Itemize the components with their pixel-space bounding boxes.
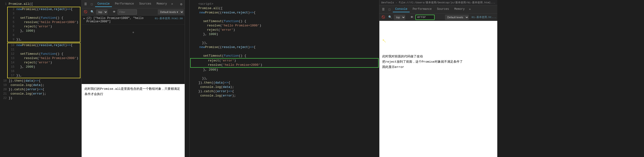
code-line-6: 6 reject('error') — [8, 24, 80, 29]
right-code-editor: <script> Promise.all([ new Promise((reso… — [190, 0, 380, 157]
code-line-20: 20 }).catch((error) => { — [0, 88, 82, 92]
r-code-line-14: resolve('hello Promise+2000') — [191, 63, 378, 67]
code-line-11: 11 — [8, 48, 80, 52]
code-line-3: 3 — [8, 12, 80, 16]
code-line-19: 19 console.log(data); — [0, 83, 82, 88]
console-filter-btn-2[interactable]: 🔍 — [387, 14, 393, 20]
console-empty — [82, 24, 185, 30]
eye-btn[interactable]: 👁 — [112, 9, 117, 15]
console-clear-btn[interactable]: 🚫 — [82, 9, 88, 15]
r-code-line-12: setTimeout(function() { — [190, 54, 379, 58]
devtools-title-bar: DevTools - file:///C:/Users/基本使用/Desktop… — [380, 0, 497, 5]
code-line-13: 13 resolve('hello Promise+2000') — [8, 56, 80, 60]
tab-performance-1[interactable]: Performance — [112, 1, 136, 7]
devtools-title-text: DevTools - file:///C:/Users/基本使用/Desktop… — [381, 1, 495, 4]
r-code-line-4: setTimeout(function() { — [190, 19, 379, 24]
devtools-more-2[interactable]: » — [468, 7, 472, 12]
code-line-2: 2 new Promise((resolve, reject) => { — [8, 7, 80, 12]
annotation-text-2: ↑ 此时我对前面的代码做了改动 把reject放到了前面，这个Promise对象… — [380, 21, 497, 157]
r-code-line-3 — [190, 15, 379, 19]
r-code-line-5: resolve('hello Promise+1000') — [190, 24, 379, 28]
devtools-device-btn[interactable]: ⬚ — [89, 1, 94, 7]
section-1: 1 Promise.all([ 2 new Promise((resolve, … — [0, 0, 190, 157]
console-dot — [132, 32, 134, 33]
devtools-gear-1[interactable]: ⚙ — [179, 1, 184, 7]
devtools-inspect-btn[interactable]: ☰ — [82, 1, 88, 7]
tab-performance-2[interactable]: Performance — [410, 6, 434, 12]
devtools-panel-1: ☰ ⬚ Console Performance Sources Memory »… — [82, 0, 185, 157]
script-tag-line: <script> — [190, 2, 379, 6]
yellow-arrow-icon: ↑ — [379, 36, 390, 46]
code-line-15: 15 }, 2000) — [8, 65, 80, 69]
annotation-1: 此时我们的Promise.all是里面包含的是一个数组对象，只要都满足条件才会执… — [82, 84, 185, 157]
highlight-yellow-2: 10 new Promise((resolve, reject) => { 11… — [7, 43, 80, 78]
code-line-8: 8 — [8, 33, 80, 38]
console-clear-btn-2[interactable]: 🚫 — [380, 14, 386, 20]
expand-arrow-1[interactable]: ▶ — [84, 17, 85, 20]
console-filter-btn[interactable]: 🔍 — [89, 9, 95, 15]
tab-console-2[interactable]: Console — [393, 6, 410, 12]
devtools-more-1[interactable]: » — [170, 2, 174, 7]
console-toolbar-1: 🚫 🔍 top 👁 Default levels ▾ — [82, 8, 185, 16]
r-code-line-15: }, 2000) — [190, 68, 379, 72]
annotation-content-2: 此时我对前面的代码做了改动 把reject放到了前面，这个Promise对象就不… — [382, 55, 463, 69]
devtools-device-btn-2[interactable]: ⬚ — [386, 6, 392, 12]
tab-sources-1[interactable]: Sources — [137, 1, 154, 7]
highlight-green-1: reject('error') resolve('hello Promise+2… — [190, 58, 379, 68]
log-source-1[interactable]: 01-基本使用.html:30 — [155, 16, 183, 20]
r-code-line-9: }), — [190, 41, 379, 45]
console-source-2: 01-基本使用.ht... — [472, 15, 496, 19]
code-line-9: 9 }), — [8, 38, 80, 42]
eye-btn-2[interactable]: 👁 — [409, 15, 414, 20]
code-line-1: 1 Promise.all([ — [0, 2, 82, 6]
code-line-22: 22 }) — [0, 96, 82, 100]
devtools-panel-2: DevTools - file:///C:/Users/基本使用/Desktop… — [380, 0, 497, 157]
log-text-1: (2) ["hello Promise+1000", "hello Promis… — [86, 16, 153, 23]
code-line-16: 16 — [8, 69, 80, 74]
r-code-line-17: }), — [190, 76, 379, 81]
r-code-line-13: reject('error') — [191, 58, 378, 63]
filter-input-2[interactable] — [416, 15, 434, 20]
context-selector-2[interactable]: top — [394, 15, 405, 20]
code-line-17: 17 }), — [8, 74, 80, 78]
tab-memory-1[interactable]: Memory — [154, 1, 169, 7]
r-code-line-1: Promise.all([ — [190, 6, 379, 10]
tab-sources-2[interactable]: Sources — [434, 6, 452, 12]
annotation-area-2: ↑ 此时我对前面的代码做了改动 把reject放到了前面，这个Promise对象… — [380, 21, 497, 157]
r-code-line-20: }).catch((error) => { — [190, 89, 379, 94]
r-code-line-18: ]).then((data) => { — [190, 81, 379, 85]
filter-input-1[interactable] — [118, 9, 137, 15]
tab-console-1[interactable]: Console — [95, 1, 112, 7]
code-line-18: 18 ]).then((data) => { — [0, 79, 82, 83]
console-log-row-1[interactable]: ▶ (2) ["hello Promise+1000", "hello Prom… — [82, 16, 185, 24]
tab-memory-2[interactable]: Memory — [452, 6, 467, 12]
r-code-line-2: new Promise((resolve, reject) => { — [190, 10, 379, 15]
r-code-line-10: new Promise((resolve, reject) => { — [190, 45, 379, 50]
code-line-21: 21 console.log(error); — [0, 92, 82, 96]
r-code-line-19: console.log(data); — [190, 85, 379, 89]
console-content-1: ▶ (2) ["hello Promise+1000", "hello Prom… — [82, 16, 185, 84]
r-code-line-21: console.log(error); — [190, 94, 379, 98]
console-toolbar-2: 🚫 🔍 top 👁 Default levels 01-基本使用.ht... — [380, 14, 497, 21]
devtools-inspect-btn-2[interactable]: ☰ — [380, 6, 386, 12]
code-line-10: 10 new Promise((resolve, reject) => { — [8, 43, 80, 48]
code-line-4: 4 setTimeout(function() { — [8, 16, 80, 20]
section-2: <script> Promise.all([ new Promise((reso… — [190, 0, 382, 157]
devtools-toolbar-2: ☰ ⬚ Console Performance Sources Memory » — [380, 5, 497, 14]
r-code-line-6: reject('error') — [190, 28, 379, 32]
r-code-line-8 — [190, 36, 379, 41]
left-code-editor: 1 Promise.all([ 2 new Promise((resolve, … — [0, 0, 82, 157]
highlight-yellow-1: 2 new Promise((resolve, reject) => { 3 4… — [7, 7, 80, 42]
r-code-line-7: }, 1000) — [190, 32, 379, 36]
code-line-12: 12 setTimeout(function() { — [8, 52, 80, 56]
r-code-line-11 — [190, 50, 379, 54]
log-levels-select-2[interactable]: Default levels — [445, 15, 469, 20]
code-line-5: 5 resolve('hello Promise+1000') — [8, 20, 80, 24]
devtools-toolbar-1: ☰ ⬚ Console Performance Sources Memory »… — [82, 0, 185, 8]
context-selector[interactable]: top — [96, 9, 108, 15]
r-code-line-16 — [190, 72, 379, 76]
code-line-14: 14 reject('error') — [8, 60, 80, 65]
log-levels-select[interactable]: Default levels ▾ — [158, 9, 184, 15]
code-line-7: 7 }, 1000) — [8, 29, 80, 33]
